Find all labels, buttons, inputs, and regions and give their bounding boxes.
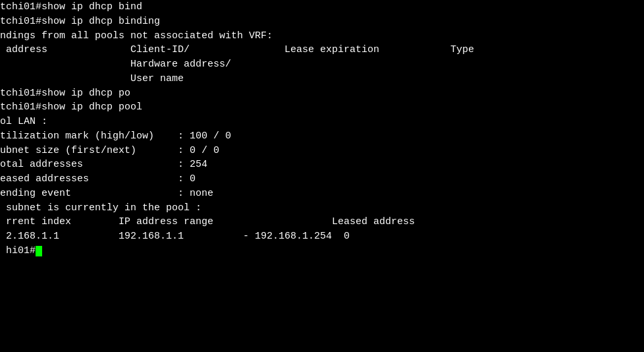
terminal-line: 2.168.1.1 192.168.1.1 - 192.168.1.254 0 [0,229,644,244]
terminal-output: tchi01#show ip dhcp bindtchi01#show ip d… [0,0,644,258]
terminal-line: ubnet size (first/next) : 0 / 0 [0,144,644,158]
terminal-line: otal addresses : 254 [0,158,644,172]
terminal-line: User name [0,72,644,86]
terminal-cursor [36,246,42,256]
terminal-window[interactable]: tchi01#show ip dhcp bindtchi01#show ip d… [0,0,644,352]
terminal-line: ending event : none [0,187,644,201]
terminal-line: ol LAN : [0,115,644,129]
terminal-line: rrent index IP address range Leased addr… [0,215,644,229]
terminal-line: hi01# [0,244,644,258]
terminal-line: tchi01#show ip dhcp pool [0,100,644,115]
terminal-line: tchi01#show ip dhcp binding [0,15,644,29]
terminal-line: ndings from all pools not associated wit… [0,29,644,44]
terminal-line: subnet is currently in the pool : [0,201,644,216]
terminal-line: Hardware address/ [0,57,644,72]
terminal-line: eased addresses : 0 [0,172,644,187]
terminal-line: tilization mark (high/low) : 100 / 0 [0,129,644,144]
terminal-line: tchi01#show ip dhcp bind [0,0,644,15]
terminal-line: address Client-ID/ Lease expiration Type [0,43,644,57]
terminal-line: tchi01#show ip dhcp po [0,86,644,101]
